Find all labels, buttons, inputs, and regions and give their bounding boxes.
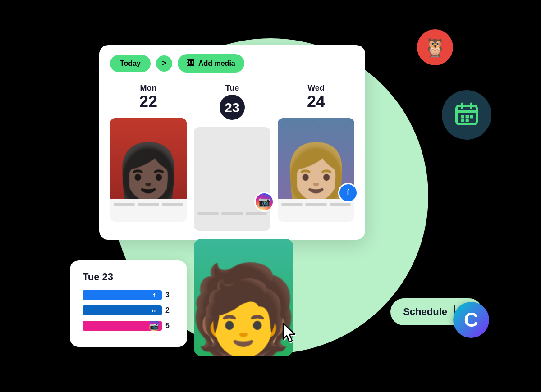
- bar-9: [330, 203, 351, 206]
- facebook-badge: f: [338, 183, 358, 203]
- stat-row-facebook: f 3: [83, 290, 174, 300]
- instagram-icon-sm: 📷: [149, 321, 159, 331]
- cal-col-tue: Tue 23 📷: [190, 80, 274, 231]
- cal-card-tue[interactable]: 📷: [194, 127, 270, 231]
- bar-4: [197, 212, 219, 215]
- big-person-card: 🧑🏽: [194, 239, 293, 356]
- add-media-button[interactable]: 🖼 Add media: [178, 54, 244, 73]
- cal-card-mon[interactable]: 👩🏿: [110, 118, 187, 222]
- bar-1: [114, 203, 135, 206]
- next-button[interactable]: >: [156, 55, 172, 72]
- svg-rect-5: [466, 119, 469, 122]
- stat-row-instagram: 📷 5: [83, 321, 174, 331]
- cal-day-tue-header: Tue 23: [194, 80, 270, 127]
- cal-day-tue-name: Tue: [194, 83, 270, 93]
- instagram-badge: 📷: [254, 192, 274, 212]
- stats-card: Tue 23 f 3 in 2 📷 5: [70, 260, 187, 347]
- calendar-icon: [453, 101, 480, 128]
- hootsuite-icon: 🦉: [424, 37, 446, 58]
- cal-card-mon-bars: [110, 199, 187, 210]
- schedule-label: Schedule: [403, 306, 447, 318]
- media-icon: 🖼: [187, 59, 195, 68]
- bar-3: [162, 203, 183, 206]
- cal-card-mon-image: 👩🏿: [110, 118, 187, 199]
- linkedin-icon-sm: in: [149, 305, 159, 315]
- svg-rect-1: [461, 115, 465, 119]
- instagram-icon: 📷: [258, 196, 270, 208]
- calendar-grid: Mon 22 👩🏿 Tu: [99, 80, 365, 231]
- today-button[interactable]: Today: [110, 55, 151, 72]
- cal-day-wed-header: Wed 24: [278, 80, 354, 118]
- cal-day-mon-name: Mon: [110, 83, 187, 93]
- facebook-count: 3: [165, 291, 174, 299]
- cal-card-wed[interactable]: 👩🏼 f: [278, 118, 354, 222]
- stat-row-linkedin: in 2: [83, 305, 174, 315]
- cal-day-wed-num: 24: [278, 93, 354, 111]
- linkedin-bar: in: [83, 305, 162, 315]
- facebook-bar: f: [83, 290, 162, 300]
- cal-day-wed-name: Wed: [278, 83, 354, 93]
- facebook-icon-sm: f: [149, 290, 159, 300]
- scene: 🦉 Today > 🖼 Add media: [0, 0, 541, 392]
- stats-title: Tue 23: [83, 271, 174, 283]
- bar-5: [221, 212, 243, 215]
- cal-col-mon: Mon 22 👩🏿: [106, 80, 190, 231]
- instagram-bar: 📷: [83, 321, 162, 331]
- cal-day-mon-header: Mon 22: [110, 80, 187, 118]
- calendar-badge: [442, 90, 491, 140]
- svg-rect-3: [470, 115, 474, 119]
- canva-badge: C: [453, 302, 489, 338]
- cal-day-tue-num: 23: [220, 95, 245, 120]
- instagram-count: 5: [165, 322, 174, 330]
- bar-7: [281, 203, 303, 206]
- bar-8: [305, 203, 326, 206]
- bar-6: [246, 212, 267, 215]
- big-person-emoji: 🧑🏽: [194, 259, 293, 356]
- calendar-toolbar: Today > 🖼 Add media: [99, 45, 365, 80]
- svg-rect-2: [466, 115, 469, 119]
- bar-2: [138, 203, 159, 206]
- person-1-emoji: 👩🏿: [115, 140, 182, 199]
- canva-icon: C: [464, 309, 478, 331]
- calendar-card: Today > 🖼 Add media Mon 22 👩🏿: [99, 45, 365, 240]
- linkedin-count: 2: [165, 306, 174, 315]
- cursor-icon: [280, 321, 302, 351]
- cal-day-mon-num: 22: [110, 93, 187, 111]
- cal-col-wed: Wed 24 👩🏼 f: [274, 80, 358, 231]
- pointer-cursor-svg: [280, 321, 302, 346]
- facebook-icon: f: [347, 188, 349, 197]
- hootsuite-badge: 🦉: [417, 29, 453, 65]
- svg-rect-4: [461, 119, 465, 122]
